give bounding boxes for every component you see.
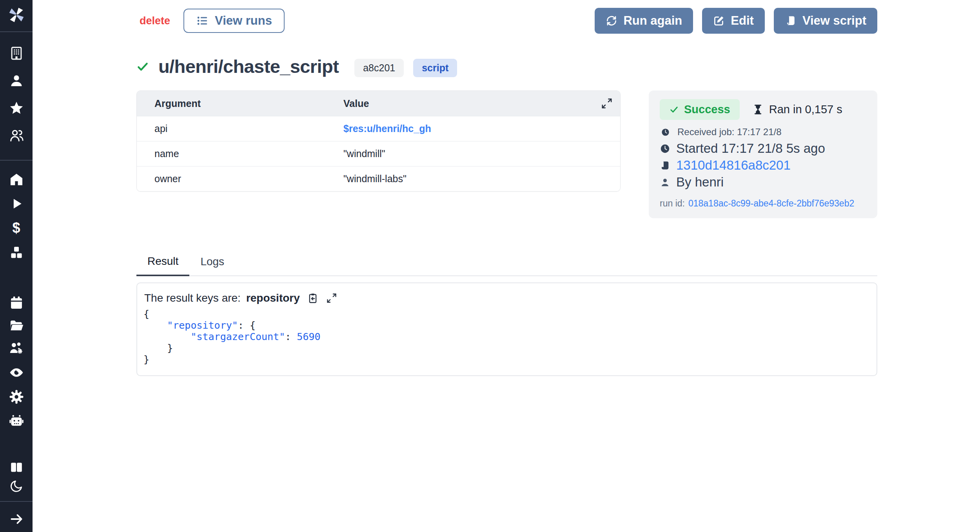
toolbar-left: delete View runs — [140, 9, 285, 33]
status-badge: Success — [660, 99, 740, 120]
sidebar-item-folders[interactable] — [7, 317, 26, 334]
column-argument: Argument — [137, 91, 326, 116]
home-icon — [9, 172, 24, 187]
edit-icon — [713, 15, 725, 27]
gear-icon — [9, 389, 24, 404]
book-icon — [9, 460, 24, 474]
arrow-right-icon — [9, 512, 24, 527]
sidebar-item-schedules[interactable] — [7, 294, 26, 311]
sidebar-item-home[interactable] — [7, 171, 26, 188]
windmill-logo[interactable] — [7, 6, 26, 24]
eye-icon — [9, 365, 24, 380]
arg-name: owner — [137, 166, 326, 191]
person-icon — [660, 177, 670, 188]
sidebar-item-favorites[interactable] — [7, 100, 26, 117]
status-panel: Success Ran in 0,157 s — [649, 90, 877, 218]
play-icon — [9, 196, 24, 211]
arg-name: api — [137, 116, 326, 141]
edit-button[interactable]: Edit — [702, 8, 765, 34]
sidebar-divider — [0, 501, 33, 502]
arg-value: "windmill" — [326, 141, 620, 166]
page-title: u/henri/chaste_script — [158, 56, 339, 77]
json-line: } — [143, 342, 867, 354]
run-again-button[interactable]: Run again — [595, 8, 693, 34]
title-badges: a8c201 script — [354, 59, 457, 77]
sidebar-item-audit-logs[interactable] — [7, 364, 26, 381]
author-row: By henri — [660, 175, 866, 190]
run-id-row: run id: 018a18ac-8c99-abe4-8cfe-2bbf76e9… — [660, 198, 866, 209]
users-icon — [9, 128, 24, 143]
author-text: By henri — [676, 175, 724, 190]
hash-badge: a8c201 — [354, 59, 404, 77]
run-id-link[interactable]: 018a18ac-8c99-abe4-8cfe-2bbf76e93eb2 — [688, 198, 854, 209]
sidebar-item-resources[interactable] — [7, 244, 26, 261]
run-again-label: Run again — [623, 14, 682, 28]
arguments-table-card: Argument Value api $res:u/henri/hc_gh na… — [136, 90, 621, 192]
duration-text: Ran in 0,157 s — [769, 103, 842, 116]
sidebar-item-variables[interactable]: $ — [7, 219, 26, 237]
sidebar-divider — [0, 160, 33, 161]
copy-result-button[interactable] — [307, 292, 319, 304]
folder-open-icon — [9, 318, 24, 333]
user-icon — [9, 73, 24, 88]
arg-value: "windmill-labs" — [326, 166, 620, 191]
toolbar-right: Run again Edit View script — [595, 8, 877, 34]
result-json: { "repository": { "stargazerCount": 5690… — [143, 308, 867, 365]
sidebar-item-runs[interactable] — [7, 195, 26, 212]
expand-result-button[interactable] — [326, 292, 338, 304]
delete-button[interactable]: delete — [140, 15, 170, 27]
dark-mode-toggle[interactable] — [7, 478, 26, 495]
result-keys-prefix: The result keys are: — [144, 292, 241, 304]
clipboard-copy-icon — [307, 292, 319, 304]
sidebar-item-workspace[interactable] — [7, 45, 26, 62]
sidebar-item-user[interactable] — [7, 72, 26, 89]
run-id-label: run id: — [660, 198, 685, 209]
job-hash-link[interactable]: 1310d14816a8c201 — [676, 158, 791, 173]
script-type-badge: script — [413, 59, 457, 77]
star-icon — [9, 101, 24, 116]
scroll-icon — [660, 160, 670, 171]
result-header: The result keys are: repository — [143, 292, 867, 304]
title-row: u/henri/chaste_script a8c201 script — [136, 56, 877, 77]
tab-logs[interactable]: Logs — [189, 255, 235, 275]
json-line: } — [143, 354, 867, 365]
expand-icon — [601, 97, 613, 110]
moon-icon — [9, 479, 24, 493]
sidebar-item-settings[interactable] — [7, 388, 26, 405]
cubes-icon — [9, 245, 24, 260]
refresh-icon — [606, 15, 617, 27]
building-icon — [9, 46, 24, 61]
started-text: Started 17:17 21/8 5s ago — [676, 141, 825, 156]
expand-sidebar-button[interactable] — [7, 510, 26, 528]
duration: Ran in 0,157 s — [752, 103, 842, 116]
tab-result[interactable]: Result — [136, 255, 189, 276]
sidebar-item-users[interactable] — [7, 127, 26, 144]
content-columns: Argument Value api $res:u/henri/hc_gh na… — [136, 90, 877, 218]
clock-icon — [661, 128, 670, 137]
status-label: Success — [684, 103, 730, 116]
expand-table-button[interactable] — [601, 97, 613, 111]
view-script-button[interactable]: View script — [774, 8, 877, 34]
column-value: Value — [326, 91, 620, 116]
table-row: name "windmill" — [137, 141, 620, 166]
success-check-icon — [136, 60, 149, 73]
arguments-table: Argument Value api $res:u/henri/hc_gh na… — [137, 91, 620, 191]
sidebar-item-workers[interactable] — [7, 413, 26, 430]
sidebar: $ — [0, 0, 33, 532]
hourglass-icon — [752, 104, 764, 115]
sidebar-item-docs[interactable] — [7, 459, 26, 476]
view-script-label: View script — [802, 14, 866, 28]
resource-link[interactable]: $res:u/henri/hc_gh — [343, 123, 431, 134]
sidebar-item-groups[interactable] — [7, 340, 26, 357]
table-row: api $res:u/henri/hc_gh — [137, 116, 620, 141]
toolbar: delete View runs — [136, 8, 877, 34]
main-content: delete View runs — [33, 0, 980, 532]
result-keys-value: repository — [246, 292, 300, 304]
check-icon — [669, 105, 679, 114]
view-runs-button[interactable]: View runs — [183, 9, 285, 33]
json-line: { — [143, 308, 867, 320]
user-group-gear-icon — [9, 341, 24, 356]
json-line: "repository": { — [143, 320, 867, 331]
table-row: owner "windmill-labs" — [137, 166, 620, 191]
edit-label: Edit — [731, 14, 754, 28]
